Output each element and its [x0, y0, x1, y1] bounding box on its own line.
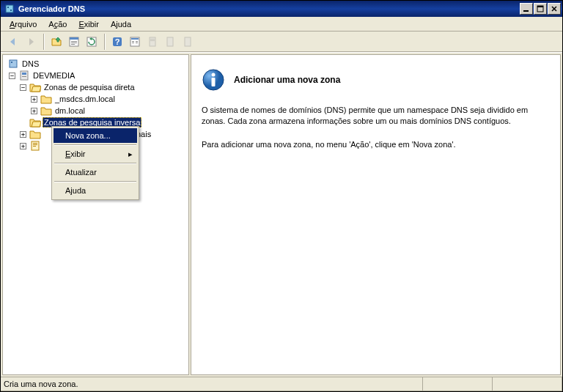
status-cell-2: [423, 377, 493, 391]
svg-rect-10: [71, 44, 75, 45]
svg-rect-16: [132, 41, 134, 42]
svg-rect-17: [132, 42, 134, 43]
svg-rect-2: [10, 10, 12, 11]
expand-icon[interactable]: +: [31, 108, 37, 114]
forward-button: [23, 34, 39, 50]
svg-rect-0: [6, 5, 13, 12]
svg-rect-29: [22, 76, 26, 77]
svg-text:?: ?: [115, 37, 120, 46]
collapse-icon[interactable]: −: [9, 73, 15, 79]
folder-open-icon: [29, 117, 41, 127]
tree-root-dns[interactable]: DNS: [3, 58, 188, 70]
svg-rect-25: [10, 60, 17, 67]
expand-icon[interactable]: +: [20, 131, 26, 138]
detail-pane: Adicionar uma nova zona O sistema de nom…: [191, 54, 561, 375]
collapse-icon[interactable]: −: [20, 84, 26, 91]
svg-rect-21: [150, 39, 155, 40]
svg-rect-32: [33, 144, 37, 145]
tree-pane[interactable]: DNS − DEVMEDIA − Zonas de pesquisa diret…: [2, 54, 189, 375]
tree-msdcs[interactable]: + _msdcs.dm.local: [3, 93, 188, 105]
svg-rect-33: [33, 146, 36, 147]
detail-heading: Adicionar uma nova zona: [234, 75, 340, 85]
detail-paragraph-1: O sistema de nomes de domínios (DNS) per…: [202, 105, 550, 127]
info-icon: [202, 68, 225, 92]
svg-rect-36: [212, 78, 216, 86]
refresh-button[interactable]: [84, 34, 100, 50]
tree-dmlocal[interactable]: + dm.local: [3, 105, 188, 117]
svg-rect-26: [11, 62, 12, 63]
svg-rect-3: [523, 10, 529, 12]
app-icon: [4, 3, 15, 15]
help-button[interactable]: ?: [109, 34, 125, 50]
svg-rect-5: [537, 6, 543, 7]
stop-button: [162, 34, 178, 50]
menu-view[interactable]: Exibir: [73, 18, 105, 30]
status-cell-3: [493, 377, 562, 391]
folder-icon: [29, 129, 41, 139]
back-button: [5, 34, 21, 50]
svg-rect-7: [70, 37, 78, 40]
folder-icon: [40, 94, 52, 104]
svg-rect-27: [21, 71, 28, 80]
folder-open-icon: [29, 82, 41, 92]
svg-rect-15: [131, 38, 139, 40]
filter-button: [144, 34, 161, 50]
expand-icon[interactable]: +: [31, 96, 37, 103]
up-button[interactable]: [48, 34, 65, 50]
svg-rect-31: [33, 143, 37, 144]
toolbar: ?: [1, 32, 562, 52]
list-button[interactable]: [127, 34, 143, 50]
properties-button[interactable]: [66, 34, 82, 50]
log-icon: [29, 141, 41, 151]
svg-rect-8: [71, 41, 77, 42]
close-button[interactable]: [548, 3, 561, 15]
detail-paragraph-2: Para adicionar uma nova zona, no menu 'A…: [202, 139, 550, 150]
svg-point-35: [212, 73, 216, 77]
svg-rect-19: [136, 42, 138, 43]
menu-view-sub[interactable]: Exibir▸: [54, 147, 137, 161]
status-bar: Cria uma nova zona.: [1, 377, 562, 391]
svg-rect-9: [71, 42, 77, 43]
menu-refresh[interactable]: Atualizar: [54, 165, 137, 180]
tree-server[interactable]: − DEVMEDIA: [3, 70, 188, 81]
svg-rect-23: [167, 37, 173, 46]
menu-help[interactable]: Ajuda: [54, 183, 137, 198]
expand-icon[interactable]: +: [20, 143, 26, 149]
menu-file[interactable]: Arquivo: [4, 18, 43, 30]
title-bar: Gerenciador DNS: [1, 1, 562, 17]
play-button: [180, 34, 196, 50]
status-text: Cria uma nova zona.: [1, 377, 423, 391]
svg-rect-18: [136, 41, 138, 42]
svg-rect-1: [7, 7, 9, 8]
tree-fwd-zones[interactable]: − Zonas de pesquisa direta: [3, 81, 188, 93]
svg-rect-20: [150, 37, 155, 46]
menu-new-zone[interactable]: Nova zona...: [54, 128, 137, 143]
svg-rect-22: [150, 40, 155, 41]
menu-help[interactable]: Ajuda: [105, 18, 137, 30]
window-title: Gerenciador DNS: [18, 4, 519, 13]
menu-action[interactable]: Ação: [43, 18, 73, 30]
submenu-arrow-icon: ▸: [128, 149, 133, 159]
svg-rect-24: [185, 37, 191, 46]
menu-bar: Arquivo Ação Exibir Ajuda: [1, 17, 562, 32]
dns-icon: [7, 59, 19, 69]
context-menu: Nova zona... Exibir▸ Atualizar Ajuda: [51, 126, 139, 200]
minimize-button[interactable]: [520, 3, 533, 15]
svg-rect-28: [22, 73, 26, 75]
maximize-button[interactable]: [534, 3, 547, 15]
server-icon: [18, 70, 30, 81]
folder-icon: [40, 106, 52, 116]
